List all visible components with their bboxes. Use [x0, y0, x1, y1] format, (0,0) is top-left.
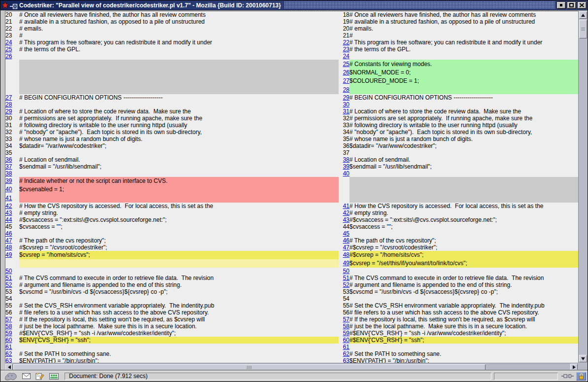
left-line-number[interactable]: 51 — [5, 275, 12, 281]
vertical-scrollbar-thumb[interactable] — [579, 20, 587, 38]
left-line-number[interactable]: 42 — [5, 203, 12, 209]
left-line-number[interactable]: 46 — [5, 230, 12, 237]
right-line-number[interactable]: 59 — [343, 330, 349, 337]
right-line-number[interactable]: 51 — [343, 275, 349, 281]
right-line-number: 54 — [343, 295, 349, 302]
left-line-number[interactable]: 28 — [5, 101, 12, 108]
close-button[interactable] — [577, 1, 587, 9]
left-line-number[interactable]: 38 — [5, 170, 12, 177]
right-line-number[interactable]: 22 — [343, 39, 349, 46]
right-line-number[interactable]: 25 — [343, 61, 349, 68]
right-line-number[interactable]: 46 — [343, 237, 349, 244]
right-line-number[interactable]: 43 — [343, 216, 349, 223]
left-line-number[interactable]: 29 — [5, 108, 12, 115]
addressbook-icon[interactable] — [49, 373, 59, 380]
right-line-number[interactable]: 45 — [343, 230, 349, 237]
window-menu-star-icon[interactable] — [1, 1, 9, 10]
right-line-number[interactable]: 38 — [343, 156, 349, 163]
left-line-number-cell: 48 — [5, 244, 19, 251]
titlebar[interactable]: Codestriker: "Parallel view of codestrik… — [0, 0, 588, 10]
online-plug-icon[interactable] — [561, 374, 574, 379]
left-line-number[interactable]: 36 — [5, 156, 12, 163]
right-line-number[interactable]: 49 — [343, 260, 349, 267]
right-line-number[interactable]: 57 — [343, 316, 349, 323]
window-pin-icon[interactable] — [10, 2, 18, 10]
left-code-line: $ENV{'CVS_RSH'} = "ssh"; — [19, 337, 339, 344]
left-line-number[interactable]: 24 — [5, 39, 12, 46]
left-line-number[interactable]: 52 — [5, 281, 12, 288]
left-code-line: #$ENV{'CVS_RSH'} = "ssh -i /var/www/code… — [19, 330, 339, 337]
scroll-right-button[interactable] — [570, 364, 578, 370]
right-line-number[interactable]: 41 — [343, 203, 349, 209]
right-line-number[interactable]: 30 — [343, 101, 349, 108]
right-line-number[interactable]: 40 — [343, 170, 349, 177]
right-line-number[interactable]: 24 — [343, 53, 349, 60]
right-line-number[interactable]: 42 — [343, 209, 349, 216]
composer-icon[interactable] — [35, 373, 44, 380]
right-line-number[interactable]: 63 — [343, 357, 349, 363]
right-line-number[interactable]: 48 — [343, 251, 349, 258]
left-line-number: 35 — [5, 149, 12, 156]
right-code-line — [349, 101, 578, 108]
scroll-down-button[interactable] — [579, 355, 587, 362]
left-line-number[interactable]: 62 — [5, 350, 12, 357]
left-line-number[interactable]: 25 — [5, 46, 12, 53]
left-line-number[interactable]: 41 — [5, 195, 12, 202]
left-line-number-cell — [5, 60, 19, 69]
left-line-number[interactable]: 50 — [5, 268, 12, 275]
left-code-line: # Location of sendmail. — [19, 156, 339, 163]
left-line-number[interactable]: 60 — [5, 337, 12, 344]
vertical-scrollbar[interactable] — [578, 11, 588, 363]
right-line-number[interactable]: 60 — [343, 337, 349, 344]
minimize-button[interactable] — [556, 1, 566, 9]
diff-row: 40$cvsenabled = 1; — [5, 185, 578, 194]
left-line-number[interactable]: 48 — [5, 244, 12, 251]
right-line-number[interactable]: 62 — [343, 350, 349, 357]
right-line-number[interactable]: 26 — [343, 69, 349, 76]
right-line-number[interactable]: 29 — [343, 94, 349, 101]
left-line-number[interactable]: 59 — [5, 330, 12, 337]
left-line-number[interactable]: 47 — [5, 237, 12, 244]
horizontal-scrollbar[interactable] — [5, 363, 578, 371]
right-line-number[interactable]: 50 — [343, 268, 349, 275]
left-line-number[interactable]: 26 — [5, 53, 12, 60]
left-code-line: $cvsaccess = ""; — [19, 223, 339, 230]
mail-icon[interactable] — [22, 373, 31, 379]
maximize-icon — [569, 3, 574, 7]
left-code-line — [19, 268, 339, 275]
right-code-line: # Set the CVS_RSH environment variable a… — [349, 302, 578, 309]
left-line-number[interactable]: 40 — [5, 186, 12, 193]
scroll-up-button[interactable] — [579, 11, 587, 19]
diff-row: 48#$cvsrep = "/cvsroot/codestriker";47#$… — [5, 244, 578, 251]
right-line-number[interactable]: 27 — [343, 77, 349, 84]
left-line-number[interactable]: 27 — [5, 94, 12, 101]
left-line-number[interactable]: 39 — [5, 177, 12, 184]
right-line-number[interactable]: 31 — [343, 108, 349, 115]
security-lock-icon[interactable] — [576, 372, 586, 381]
left-line-number[interactable]: 63 — [5, 357, 12, 363]
scroll-left-button[interactable] — [5, 364, 13, 370]
right-line-number[interactable]: 23 — [343, 46, 349, 53]
right-line-number[interactable]: 58 — [343, 323, 349, 330]
diff-row: 47# The path of the cvs repository";46# … — [5, 237, 578, 244]
left-line-number[interactable]: 58 — [5, 323, 12, 330]
right-line-number-cell: 52 — [339, 281, 349, 288]
navigator-icon[interactable] — [4, 372, 17, 381]
left-code-line — [19, 101, 339, 108]
right-line-number[interactable]: 28 — [343, 86, 349, 93]
diff-row: 45$cvsaccess = "";44$cvsaccess = ""; — [5, 223, 578, 230]
left-line-number[interactable]: 57 — [5, 316, 12, 323]
right-line-number[interactable]: 47 — [343, 244, 349, 251]
left-line-number[interactable]: 61 — [5, 344, 12, 350]
left-line-number[interactable]: 37 — [5, 163, 12, 170]
left-line-number[interactable]: 43 — [5, 209, 12, 216]
left-line-number-cell: 35 — [5, 149, 19, 156]
right-line-number[interactable]: 39 — [343, 163, 349, 170]
horizontal-scrollbar-thumb[interactable] — [13, 364, 485, 371]
right-line-number[interactable]: 61 — [343, 344, 349, 350]
maximize-button[interactable] — [567, 1, 576, 9]
left-code-line — [19, 344, 339, 350]
right-line-number[interactable]: 52 — [343, 281, 349, 288]
left-line-number[interactable]: 44 — [5, 216, 12, 223]
left-line-number[interactable]: 49 — [5, 251, 12, 258]
